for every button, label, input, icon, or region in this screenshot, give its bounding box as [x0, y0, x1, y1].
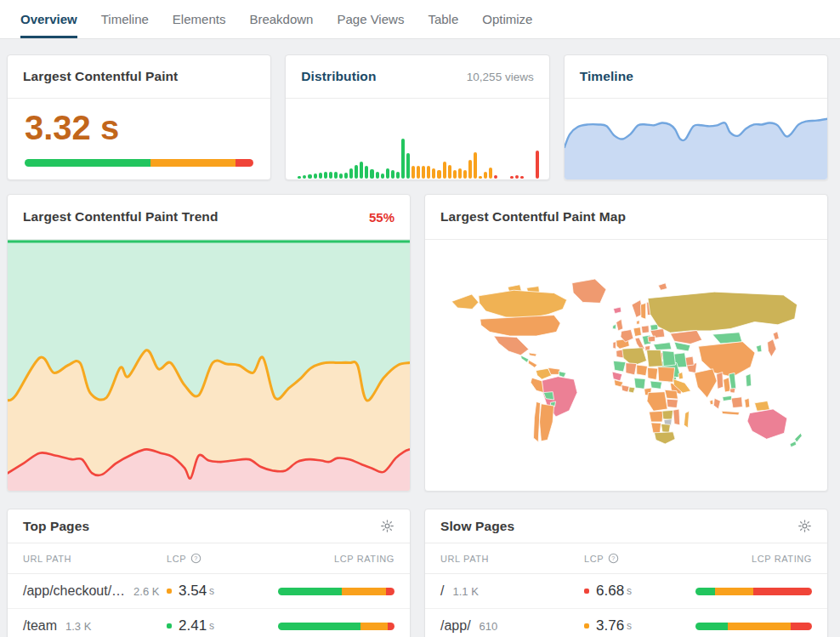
map-region-australia[interactable] [747, 409, 787, 439]
map-region-cuba[interactable] [529, 353, 536, 356]
tab-optimize[interactable]: Optimize [482, 0, 532, 38]
map-region-philippines[interactable] [746, 373, 752, 386]
map-region-oman[interactable] [678, 373, 684, 379]
tab-table[interactable]: Table [428, 0, 458, 38]
map-region-japan[interactable] [768, 339, 776, 357]
help-icon[interactable]: ? [608, 553, 619, 564]
table-row[interactable]: /app/checkout/…2.6 K3.54s [8, 574, 410, 609]
trend-card-title: Largest Contentful Paint Trend [23, 209, 218, 225]
map-region-tanzania[interactable] [667, 399, 678, 407]
map-region-newguinea[interactable] [755, 401, 770, 411]
map-region-zambia[interactable] [662, 410, 673, 419]
map-region-russia[interactable] [648, 292, 797, 333]
world-map-svg [434, 245, 819, 486]
map-region-germany[interactable] [633, 327, 641, 337]
map-region-niger[interactable] [637, 365, 648, 376]
gear-icon[interactable] [797, 519, 812, 533]
url-path[interactable]: / [440, 583, 444, 599]
map-region-senegal[interactable] [612, 372, 622, 381]
map-region-angola[interactable] [649, 411, 663, 422]
histogram-bar [411, 166, 415, 179]
map-region-sweden[interactable] [640, 303, 645, 319]
map-region-uk[interactable] [616, 319, 623, 331]
map-region-peru[interactable] [531, 378, 543, 392]
map-region-sumatra[interactable] [713, 398, 720, 409]
map-region-mauritania[interactable] [613, 361, 626, 372]
map-region-panama[interactable] [528, 360, 536, 367]
map-region-botswana[interactable] [661, 424, 671, 432]
distribution-card-header: Distribution 10,255 views [286, 55, 548, 99]
table-row[interactable]: /1.1 K6.68s [425, 574, 827, 609]
tab-page-views[interactable]: Page Views [337, 0, 404, 38]
map-region-nz2[interactable] [790, 441, 797, 447]
map-region-java[interactable] [722, 411, 740, 415]
lcp-rating-bar [278, 588, 394, 595]
lcp-gauge [25, 159, 253, 167]
histogram-bar [422, 166, 425, 179]
map-region-chad[interactable] [648, 367, 658, 379]
map-region-poland[interactable] [641, 326, 649, 333]
map-region-borneo[interactable] [731, 397, 742, 408]
map-region-alaska[interactable] [451, 294, 479, 309]
map-region-srilanka[interactable] [710, 400, 713, 405]
map-region-myanmar[interactable] [717, 373, 724, 390]
timeline-card-title[interactable]: Timeline [580, 69, 633, 84]
map-region-ireland[interactable] [612, 324, 616, 329]
map-region-guyana[interactable] [559, 372, 565, 378]
map-region-mozambique[interactable] [673, 409, 680, 425]
histogram-bar [355, 165, 358, 179]
gauge-segment-green [695, 588, 715, 595]
tab-overview[interactable]: Overview [20, 0, 77, 38]
map-region-nz1[interactable] [795, 433, 802, 442]
map-region-belarus[interactable] [650, 324, 658, 330]
map-region-korea[interactable] [756, 344, 762, 351]
column-header-url-path: URL PATH [440, 554, 584, 564]
map-region-india[interactable] [695, 369, 717, 398]
map-region-canada[interactable] [479, 290, 567, 318]
map-region-car[interactable] [650, 381, 662, 389]
tab-breakdown[interactable]: Breakdown [249, 0, 313, 38]
gear-icon[interactable] [380, 519, 394, 533]
map-region-japan2[interactable] [773, 332, 779, 340]
map-region-ivory[interactable] [621, 385, 629, 392]
map-region-iceland[interactable] [613, 307, 621, 314]
url-path[interactable]: /app/checkout/… [23, 583, 125, 599]
map-region-sudan[interactable] [658, 367, 675, 382]
table-row[interactable]: /app/6103.76s [425, 609, 827, 637]
map-region-southafrica[interactable] [655, 432, 676, 444]
map-region-mexico[interactable] [494, 336, 529, 355]
map-region-cambodia[interactable] [729, 388, 735, 393]
histogram-bar [339, 173, 343, 179]
map-region-denmark[interactable] [637, 321, 639, 325]
map-region-portugal[interactable] [613, 342, 616, 349]
map-region-egypt[interactable] [662, 351, 676, 367]
gauge-segment-green [278, 623, 360, 630]
lcp-value: 3.32 s [25, 109, 253, 146]
tab-timeline[interactable]: Timeline [101, 0, 149, 38]
map-region-svalbard[interactable] [658, 283, 667, 290]
lcp-status-dot [584, 623, 589, 628]
map-region-ghana[interactable] [628, 387, 635, 393]
map-region-malaysia[interactable] [723, 395, 732, 401]
tab-elements[interactable]: Elements [173, 0, 226, 38]
map-region-usa[interactable] [480, 316, 560, 337]
map-region-turkey[interactable] [654, 343, 672, 350]
map-region-madagascar[interactable] [684, 411, 689, 428]
map-region-kenya[interactable] [665, 390, 678, 399]
help-icon[interactable]: ? [190, 553, 201, 564]
histogram-bar [479, 176, 482, 179]
map-region-libya[interactable] [647, 350, 663, 367]
table-row[interactable]: /team1.3 K2.41s [8, 609, 410, 637]
map-region-guatemala[interactable] [520, 355, 528, 362]
distribution-card-title[interactable]: Distribution [301, 69, 376, 84]
map-region-romania[interactable] [648, 336, 655, 342]
map-region-greenland[interactable] [572, 279, 606, 303]
url-path[interactable]: /app/ [440, 618, 471, 634]
map-region-argentina[interactable] [540, 404, 554, 441]
summary-row: Largest Contentful Paint 3.32 s Distribu… [7, 54, 828, 180]
map-region-sulawesi[interactable] [745, 398, 750, 407]
map-region-drc[interactable] [647, 392, 667, 412]
map-region-nigeria[interactable] [634, 378, 645, 390]
map-region-mali[interactable] [626, 363, 637, 375]
url-path[interactable]: /team [23, 618, 57, 634]
